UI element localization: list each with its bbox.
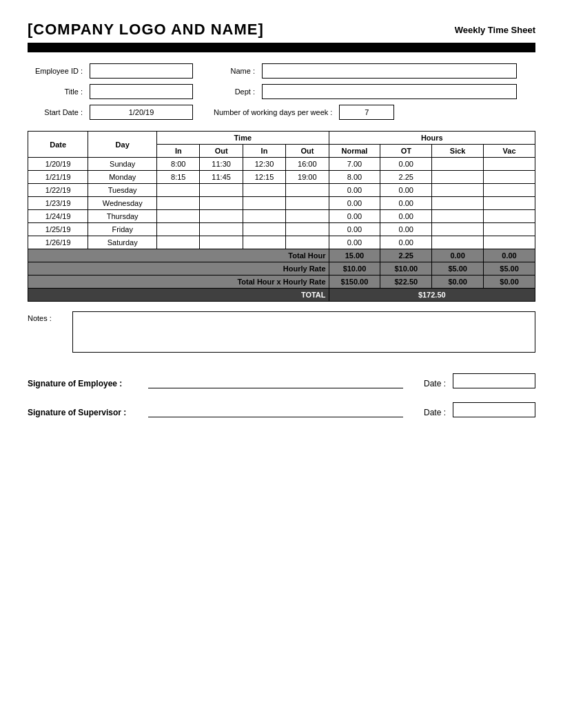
- rate-normal: $10.00: [329, 262, 380, 275]
- cell-sick: [432, 236, 484, 249]
- employee-id-label: Employee ID :: [28, 67, 83, 75]
- employee-sig-row: Signature of Employee : Date :: [28, 373, 535, 388]
- cell-ot: 0.00: [380, 197, 432, 210]
- cell-ot: 0.00: [380, 184, 432, 197]
- working-days-label: Number of working days per week :: [214, 108, 332, 116]
- cell-in2: 12:30: [243, 158, 285, 171]
- hourly-rate-row: Hourly Rate $10.00 $10.00 $5.00 $5.00: [28, 262, 535, 275]
- cell-out1: [200, 223, 243, 236]
- cell-in1: [157, 210, 200, 223]
- cell-in2: 12:15: [243, 171, 285, 184]
- cell-vac: [484, 236, 535, 249]
- cell-sick: [432, 171, 484, 184]
- cell-normal: 8.00: [329, 171, 380, 184]
- cell-out1: 11:45: [200, 171, 243, 184]
- employee-date-input[interactable]: [453, 373, 535, 388]
- doc-title: Weekly Time Sheet: [455, 25, 535, 35]
- cell-in2: [243, 236, 285, 249]
- cell-day: Thursday: [88, 210, 157, 223]
- cell-out1: [200, 184, 243, 197]
- cell-in1: 8:00: [157, 158, 200, 171]
- amount-normal: $150.00: [329, 275, 380, 289]
- cell-day: Sunday: [88, 158, 157, 171]
- total-rate-label: Total Hour x Hourly Rate: [28, 275, 329, 289]
- col-header-date: Date: [28, 132, 88, 158]
- cell-vac: [484, 184, 535, 197]
- cell-out2: 16:00: [286, 158, 329, 171]
- total-hour-label: Total Hour: [28, 249, 329, 262]
- cell-in2: [243, 223, 285, 236]
- working-days-input[interactable]: [339, 105, 394, 120]
- table-row: 1/24/19 Thursday 0.00 0.00: [28, 210, 535, 223]
- cell-sick: [432, 197, 484, 210]
- cell-ot: 0.00: [380, 158, 432, 171]
- cell-ot: 0.00: [380, 223, 432, 236]
- amount-vac: $0.00: [484, 275, 535, 289]
- cell-vac: [484, 158, 535, 171]
- cell-day: Saturday: [88, 236, 157, 249]
- supervisor-sig-line: [148, 405, 403, 417]
- header: [COMPANY LOGO AND NAME] Weekly Time Shee…: [28, 21, 535, 39]
- dept-input[interactable]: [262, 84, 517, 99]
- cell-ot: 0.00: [380, 210, 432, 223]
- cell-out2: 19:00: [286, 171, 329, 184]
- name-input[interactable]: [262, 63, 517, 79]
- total-hour-row: Total Hour 15.00 2.25 0.00 0.00: [28, 249, 535, 262]
- start-date-input[interactable]: [90, 105, 193, 120]
- cell-normal: 0.00: [329, 236, 380, 249]
- cell-day: Friday: [88, 223, 157, 236]
- amount-ot: $22.50: [380, 275, 432, 289]
- cell-out1: [200, 236, 243, 249]
- col-header-day: Day: [88, 132, 157, 158]
- title-row: Title : Dept :: [28, 84, 535, 99]
- amount-sick: $0.00: [432, 275, 484, 289]
- cell-ot: 2.25: [380, 171, 432, 184]
- supervisor-sig-label: Signature of Supervisor :: [28, 408, 141, 417]
- cell-out2: [286, 236, 329, 249]
- timesheet-table: Date Day Time Hours In Out In Out Normal…: [28, 131, 535, 302]
- cell-out2: [286, 197, 329, 210]
- title-input[interactable]: [90, 84, 193, 99]
- cell-normal: 7.00: [329, 158, 380, 171]
- employee-sig-line: [148, 376, 403, 388]
- cell-vac: [484, 210, 535, 223]
- cell-out1: 11:30: [200, 158, 243, 171]
- cell-day: Wednesday: [88, 197, 157, 210]
- col-header-out2: Out: [286, 145, 329, 158]
- signature-section: Signature of Employee : Date : Signature…: [28, 373, 535, 417]
- company-name: [COMPANY LOGO AND NAME]: [28, 21, 264, 39]
- cell-ot: 0.00: [380, 236, 432, 249]
- col-header-time: Time: [157, 132, 329, 145]
- grand-total-label: TOTAL: [28, 289, 329, 302]
- cell-vac: [484, 171, 535, 184]
- supervisor-date-input[interactable]: [453, 402, 535, 417]
- grand-total-row: TOTAL $172.50: [28, 289, 535, 302]
- cell-out2: [286, 184, 329, 197]
- employee-id-input[interactable]: [90, 63, 193, 79]
- supervisor-sig-row: Signature of Supervisor : Date :: [28, 402, 535, 417]
- rate-vac: $5.00: [484, 262, 535, 275]
- table-row: 1/26/19 Saturday 0.00 0.00: [28, 236, 535, 249]
- start-date-row: Start Date : Number of working days per …: [28, 105, 535, 120]
- col-header-normal: Normal: [329, 145, 380, 158]
- rate-ot: $10.00: [380, 262, 432, 275]
- cell-out1: [200, 197, 243, 210]
- cell-out1: [200, 210, 243, 223]
- col-header-ot: OT: [380, 145, 432, 158]
- dept-label: Dept :: [200, 87, 255, 96]
- cell-date: 1/24/19: [28, 210, 88, 223]
- cell-in1: [157, 223, 200, 236]
- cell-date: 1/26/19: [28, 236, 88, 249]
- col-header-vac: Vac: [484, 145, 535, 158]
- col-header-out1: Out: [200, 145, 243, 158]
- table-row: 1/21/19 Monday 8:15 11:45 12:15 19:00 8.…: [28, 171, 535, 184]
- cell-in1: 8:15: [157, 171, 200, 184]
- cell-day: Tuesday: [88, 184, 157, 197]
- notes-label: Notes :: [28, 311, 65, 322]
- notes-input[interactable]: [72, 311, 535, 353]
- total-rate-row: Total Hour x Hourly Rate $150.00 $22.50 …: [28, 275, 535, 289]
- total-sick: 0.00: [432, 249, 484, 262]
- form-section: Employee ID : Name : Title : Dept : Star…: [28, 63, 535, 120]
- start-date-label: Start Date :: [28, 108, 83, 116]
- table-row: 1/25/19 Friday 0.00 0.00: [28, 223, 535, 236]
